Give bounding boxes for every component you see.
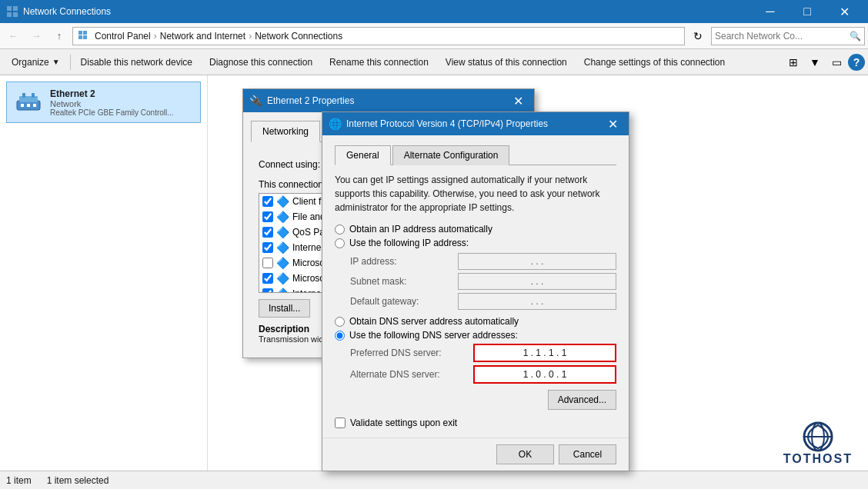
search-input[interactable] xyxy=(715,31,850,42)
validate-checkbox[interactable] xyxy=(335,417,346,428)
refresh-button[interactable]: ↻ xyxy=(688,26,708,46)
preferred-dns-input[interactable]: 1 . 1 . 1 . 1 xyxy=(473,344,616,362)
ip-address-row: IP address: . . . xyxy=(350,253,616,270)
address-bar: ← → ↑ Control Panel › Network and Intern… xyxy=(0,23,868,49)
dns-section: Obtain DNS server address automatically … xyxy=(335,316,616,384)
tab-general[interactable]: General xyxy=(335,145,391,165)
default-gateway-row: Default gateway: . . . xyxy=(350,293,616,310)
ipv4-dialog-close[interactable]: ✕ xyxy=(603,115,623,133)
subnet-mask-input[interactable]: . . . xyxy=(458,273,616,290)
search-box[interactable]: 🔍 xyxy=(711,27,865,45)
obtain-auto-radio[interactable] xyxy=(335,225,345,235)
ipv4-dialog-body: General Alternate Configuration You can … xyxy=(322,135,629,437)
description-label: Description xyxy=(259,324,309,334)
alternate-dns-row: Alternate DNS server: 1 . 0 . 0 . 1 xyxy=(350,365,616,384)
ip-address-input[interactable]: . . . xyxy=(458,253,616,270)
path-networkconnections: Network Connections xyxy=(255,31,342,42)
panel-button[interactable]: ▭ xyxy=(826,52,846,72)
qos-check[interactable] xyxy=(262,227,273,238)
alternate-dns-label: Alternate DNS server: xyxy=(350,369,473,380)
use-following-row: Use the following IP address: xyxy=(335,238,616,248)
item-selected: 1 item selected xyxy=(47,475,109,486)
validate-label: Validate settings upon exit xyxy=(350,417,457,428)
up-button[interactable]: ↑ xyxy=(49,26,69,46)
internet-check2[interactable] xyxy=(262,288,273,293)
tab-networking[interactable]: Networking xyxy=(251,121,320,142)
svg-rect-6 xyxy=(78,35,82,39)
svg-rect-5 xyxy=(83,31,87,35)
svg-rect-4 xyxy=(78,31,82,35)
use-dns-radio[interactable] xyxy=(335,331,345,341)
view-dropdown-button[interactable]: ▼ xyxy=(805,52,825,72)
network-name: Ethernet 2 xyxy=(50,88,194,99)
use-dns-label: Use the following DNS server addresses: xyxy=(349,330,518,341)
subnet-mask-label: Subnet mask: xyxy=(350,276,458,287)
minimize-button[interactable]: ─ xyxy=(753,0,788,23)
svg-rect-10 xyxy=(22,93,25,98)
svg-rect-9 xyxy=(19,96,38,102)
obtain-dns-auto-row: Obtain DNS server address automatically xyxy=(335,316,616,327)
install-button[interactable]: Install... xyxy=(259,299,310,318)
svg-rect-13 xyxy=(27,104,30,107)
alternate-dns-input[interactable]: 1 . 0 . 0 . 1 xyxy=(473,365,616,384)
use-following-label: Use the following IP address: xyxy=(349,238,469,248)
svg-rect-3 xyxy=(13,12,18,17)
ethernet-dialog-titlebar: 🔌 Ethernet 2 Properties ✕ xyxy=(243,89,534,112)
viewstatus-button[interactable]: View status of this connection xyxy=(437,51,576,74)
advanced-row: Advanced... xyxy=(335,390,616,410)
obtain-auto-label: Obtain an IP address automatically xyxy=(349,224,492,235)
preferred-dns-label: Preferred DNS server: xyxy=(350,348,473,358)
path-networkinternet: Network and Internet xyxy=(160,31,245,42)
network-status: Network xyxy=(50,99,194,108)
use-following-radio[interactable] xyxy=(335,238,345,248)
ethernet-icon xyxy=(13,87,44,118)
advanced-button[interactable]: Advanced... xyxy=(548,390,616,410)
back-button[interactable]: ← xyxy=(3,26,23,46)
close-button[interactable]: ✕ xyxy=(826,0,862,23)
use-dns-row: Use the following DNS server addresses: xyxy=(335,330,616,341)
svg-rect-14 xyxy=(33,104,36,107)
ok-button[interactable]: OK xyxy=(496,444,554,464)
ipv4-description: You can get IP settings assigned automat… xyxy=(335,173,616,215)
diagnose-button[interactable]: Diagnose this connection xyxy=(201,51,321,74)
toolbar: Organize ▼ Disable this network device D… xyxy=(0,49,868,75)
toolbar-separator xyxy=(70,55,71,70)
default-gateway-label: Default gateway: xyxy=(350,296,458,307)
tab-alternate-config[interactable]: Alternate Configuration xyxy=(392,145,510,165)
obtain-dns-auto-radio[interactable] xyxy=(335,317,345,327)
rename-button[interactable]: Rename this connection xyxy=(321,51,437,74)
toolbar-right: ⊞ ▼ ▭ ? xyxy=(783,52,865,72)
disable-button[interactable]: Disable this network device xyxy=(72,51,201,74)
ipv4-tabs: General Alternate Configuration xyxy=(335,145,616,165)
changesettings-button[interactable]: Change settings of this connection xyxy=(576,51,733,74)
ipv4-dialog-titlebar: 🌐 Internet Protocol Version 4 (TCP/IPv4)… xyxy=(322,112,629,135)
ipv4-dialog-footer: OK Cancel xyxy=(322,437,629,471)
ipv4-properties-dialog[interactable]: 🌐 Internet Protocol Version 4 (TCP/IPv4)… xyxy=(322,111,629,471)
forward-button[interactable]: → xyxy=(26,26,46,46)
title-bar: Network Connections ─ □ ✕ xyxy=(0,0,868,23)
ethernet-dialog-close[interactable]: ✕ xyxy=(508,91,528,110)
tothost-logo: TOTHOST xyxy=(783,421,853,466)
help-button[interactable]: ? xyxy=(848,54,865,71)
client-check[interactable] xyxy=(262,196,273,207)
window-title: Network Connections xyxy=(23,6,753,17)
cancel-button[interactable]: Cancel xyxy=(559,444,616,464)
network-adapter: Realtek PCIe GBE Family Controll... xyxy=(50,108,194,117)
item-count: 1 item xyxy=(6,475,32,486)
organize-button[interactable]: Organize ▼ xyxy=(3,51,68,74)
window-icon xyxy=(6,5,18,18)
view-options-button[interactable]: ⊞ xyxy=(783,52,803,72)
ip-radio-group: Obtain an IP address automatically Use t… xyxy=(335,224,616,248)
svg-rect-7 xyxy=(83,35,87,39)
maximize-button[interactable]: □ xyxy=(790,0,825,23)
network-item-ethernet2[interactable]: Ethernet 2 Network Realtek PCIe GBE Fami… xyxy=(6,82,201,123)
internet-check[interactable] xyxy=(262,242,273,253)
ms-check1[interactable] xyxy=(262,258,273,268)
address-path[interactable]: Control Panel › Network and Internet › N… xyxy=(72,27,685,45)
validate-row: Validate settings upon exit xyxy=(335,417,616,428)
svg-rect-0 xyxy=(7,6,12,11)
file-check[interactable] xyxy=(262,211,273,222)
default-gateway-input[interactable]: . . . xyxy=(458,293,616,310)
ms-check2[interactable] xyxy=(262,273,273,284)
obtain-dns-auto-label: Obtain DNS server address automatically xyxy=(349,316,519,327)
